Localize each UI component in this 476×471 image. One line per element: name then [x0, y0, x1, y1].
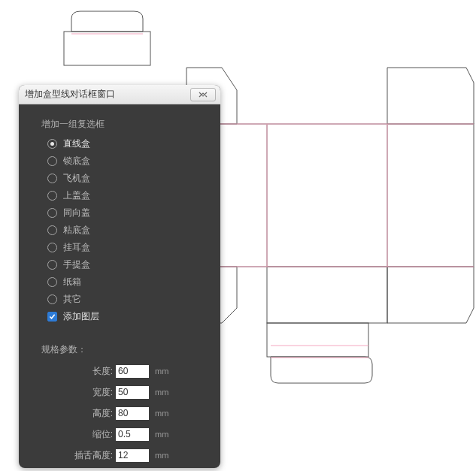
box-type-group-label: 增加一组复选框	[41, 118, 208, 131]
checkbox-label: 添加图层	[63, 310, 99, 323]
dialog-titlebar[interactable]: 增加盒型线对话框窗口	[19, 85, 220, 104]
add-layer-checkbox[interactable]: 添加图层	[41, 308, 208, 325]
param-label: 长度:	[41, 365, 113, 378]
svg-rect-0	[64, 32, 150, 65]
close-icon	[199, 90, 208, 99]
shrink-input[interactable]	[116, 428, 149, 441]
param-width: 宽度: mm	[41, 382, 208, 403]
close-button[interactable]	[190, 88, 216, 101]
length-input[interactable]	[116, 365, 149, 378]
height-input[interactable]	[116, 407, 149, 420]
svg-rect-4	[267, 267, 387, 323]
param-label: 缩位:	[41, 428, 113, 441]
box-type-hangear[interactable]: 挂耳盒	[41, 239, 208, 256]
checkbox-icon	[47, 312, 57, 322]
radio-label: 锁底盒	[63, 155, 90, 168]
svg-rect-1	[186, 124, 474, 267]
unit-label: mm	[155, 451, 168, 460]
radio-label: 飞机盒	[63, 172, 90, 185]
radio-label: 上盖盒	[63, 189, 90, 202]
box-type-toplid[interactable]: 上盖盒	[41, 187, 208, 204]
unit-label: mm	[155, 388, 168, 397]
add-box-line-dialog: 增加盒型线对话框窗口 增加一组复选框 直线盒 锁底盒 飞机盒 上盖盒 同向盖	[19, 85, 220, 468]
box-type-gluebottom[interactable]: 粘底盒	[41, 222, 208, 239]
dialog-body: 增加一组复选框 直线盒 锁底盒 飞机盒 上盖盒 同向盖 粘底盒 挂耳盒	[19, 104, 220, 468]
radio-icon	[47, 139, 57, 149]
radio-label: 直线盒	[63, 137, 90, 150]
box-type-samedir[interactable]: 同向盖	[41, 204, 208, 222]
param-length: 长度: mm	[41, 361, 208, 382]
params-title: 规格参数：	[41, 343, 208, 356]
box-type-other[interactable]: 其它	[41, 291, 208, 308]
box-type-straight[interactable]: 直线盒	[41, 135, 208, 152]
radio-icon	[47, 243, 57, 252]
unit-label: mm	[155, 430, 168, 439]
tongue-height-input[interactable]	[116, 449, 149, 462]
param-label: 宽度:	[41, 386, 113, 399]
unit-label: mm	[155, 367, 168, 376]
param-shrink: 缩位: mm	[41, 424, 208, 445]
radio-label: 纸箱	[63, 276, 81, 288]
radio-label: 粘底盒	[63, 224, 90, 237]
radio-icon	[47, 191, 57, 201]
width-input[interactable]	[116, 386, 149, 399]
radio-label: 手提盒	[63, 258, 90, 271]
param-glue-width: 粘口宽度: mm	[41, 466, 208, 468]
param-height: 高度: mm	[41, 403, 208, 424]
radio-label: 其它	[63, 293, 81, 306]
param-label: 高度:	[41, 407, 113, 420]
radio-icon	[47, 208, 57, 218]
unit-label: mm	[155, 409, 168, 418]
radio-label: 挂耳盒	[63, 241, 90, 254]
radio-icon	[47, 277, 57, 287]
box-type-carton[interactable]: 纸箱	[41, 273, 208, 291]
dialog-title: 增加盒型线对话框窗口	[25, 88, 190, 101]
box-type-handbag[interactable]: 手提盒	[41, 256, 208, 273]
radio-icon	[47, 156, 57, 166]
box-type-airplane[interactable]: 飞机盒	[41, 170, 208, 187]
box-type-lockbottom[interactable]: 锁底盒	[41, 152, 208, 170]
svg-rect-5	[267, 323, 368, 357]
radio-icon	[47, 294, 57, 304]
param-label: 插舌高度:	[41, 449, 113, 462]
radio-icon	[47, 174, 57, 183]
radio-icon	[47, 260, 57, 270]
radio-label: 同向盖	[63, 207, 90, 219]
radio-icon	[47, 225, 57, 235]
param-tongue-height: 插舌高度: mm	[41, 445, 208, 466]
